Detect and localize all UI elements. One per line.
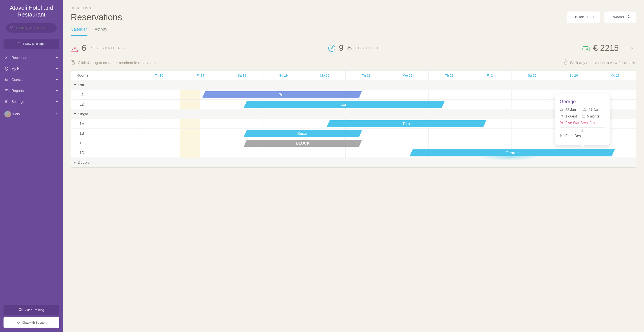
stat-pct: % (347, 45, 352, 52)
hint-drag: Click & drag to create or reschedule res… (71, 59, 160, 66)
nav-label: Reports (12, 89, 24, 93)
date-picker-value: 16 Jan 2020 (573, 15, 594, 19)
svg-rect-12 (584, 47, 590, 51)
day-header[interactable]: Sa 25 (511, 71, 553, 80)
chevron-down-icon (56, 56, 58, 60)
section-single[interactable]: Single (71, 109, 636, 119)
svg-point-2 (6, 68, 7, 69)
search-icon (10, 26, 14, 30)
section-loft[interactable]: Loft (71, 80, 636, 90)
chevron-down-icon (56, 78, 58, 82)
day-header[interactable]: Fr 17 (180, 71, 221, 80)
reports-icon (4, 89, 9, 93)
day-header[interactable]: We 22 (387, 71, 428, 80)
tabs: Calendar Activity (71, 27, 636, 36)
tooltip-sep: | (578, 114, 580, 118)
arrow-icon: → (578, 108, 581, 112)
breadcrumb: RECEPTION (71, 6, 636, 10)
day-header[interactable]: Fr 24 (470, 71, 512, 80)
reservation-tooltip: George 22 Jan → 27 Jan 1 guest | 5 night… (555, 94, 610, 145)
user-menu[interactable]: Lory (0, 107, 63, 121)
chevron-down-icon (56, 100, 58, 104)
nav-my-hotel[interactable]: My Hotel (0, 63, 63, 74)
day-header[interactable]: Su 26 (553, 71, 594, 80)
room-label: L2 (71, 100, 138, 109)
nav-settings[interactable]: Settings (0, 96, 63, 107)
svg-rect-16 (582, 115, 585, 117)
new-messages-label: 1 New Messages (22, 42, 46, 46)
svg-rect-20 (562, 123, 563, 124)
main-nav: Reception My Hotel Guests Reports Settin… (0, 52, 63, 107)
tooltip-checkin: 22 Jan (565, 108, 576, 112)
reservation-lori[interactable]: Lori (244, 101, 445, 108)
new-messages-button[interactable]: 1 New Messages (4, 39, 59, 49)
checkout-icon (583, 108, 587, 112)
app-title: Atavoli Hotel and Restaurant (0, 5, 63, 23)
money-icon (582, 44, 590, 52)
day-header[interactable]: Mo 27 (594, 71, 636, 80)
room-label: 1B (71, 129, 138, 138)
sliders-icon (4, 100, 9, 104)
reservation-rita[interactable]: Rita (326, 120, 486, 127)
tooltip-guests: 1 guest (565, 114, 577, 118)
hint-text: Click any reservation to view full detai… (570, 61, 636, 65)
user-name: Lory (13, 112, 20, 116)
stat-occupied: 9 % OCCUPIED (328, 43, 378, 53)
pointer-icon (563, 59, 568, 66)
chevron-down-icon (56, 67, 58, 71)
stats-row: 6 RESERVATIONS 9 % OCCUPIED € 2215 TOTAL (71, 43, 636, 53)
reservation-susan[interactable]: Susan (244, 130, 362, 137)
nav-reports[interactable]: Reports (0, 85, 63, 96)
chat-support-button[interactable]: Chat with Support (4, 317, 59, 327)
collapse-icon (74, 84, 76, 86)
svg-line-1 (12, 28, 14, 29)
tab-calendar[interactable]: Calendar (71, 27, 87, 36)
tab-activity[interactable]: Activity (95, 27, 107, 36)
tooltip-checkout: 27 Jan (589, 108, 599, 112)
reservation-block[interactable]: BLOCK (244, 140, 362, 147)
date-picker-button[interactable]: 16 Jan 2020 (567, 11, 600, 23)
nav-label: Reception (12, 56, 27, 60)
section-double[interactable]: Double (71, 158, 636, 168)
room-label: L1 (71, 90, 138, 100)
day-header[interactable]: Sa 18 (221, 71, 263, 80)
chevron-down-icon (56, 112, 58, 116)
tooltip-source: Front Desk (565, 134, 582, 138)
tooltip-guest-name: George (560, 99, 605, 104)
svg-rect-18 (560, 123, 561, 124)
reservation-george[interactable]: George (410, 149, 615, 156)
reservation-bob[interactable]: Bob (202, 91, 362, 98)
svg-point-4 (7, 79, 8, 80)
search-box[interactable] (6, 23, 57, 33)
chat-label: Chat with Support (22, 321, 46, 324)
day-header[interactable]: Th 23 (428, 71, 470, 80)
day-header[interactable]: Tu 21 (346, 71, 387, 80)
range-value: 2 weeks (610, 15, 624, 19)
checkin-icon (560, 108, 564, 112)
nav-guests[interactable]: Guests (0, 74, 63, 85)
day-header[interactable]: Th 16 (138, 71, 180, 80)
avatar (4, 111, 11, 117)
video-training-button[interactable]: Video Training (4, 305, 59, 315)
gauge-icon (328, 44, 336, 52)
room-label: 1A (71, 119, 138, 129)
range-select[interactable]: 2 weeks (604, 11, 636, 23)
nav-reception[interactable]: Reception (0, 52, 63, 63)
nav-label: Settings (12, 100, 24, 104)
stat-label: OCCUPIED (355, 46, 378, 50)
headset-icon (16, 320, 20, 324)
pin-icon (4, 67, 9, 71)
calendar-grid[interactable]: Rooms Th 16 Fr 17 Sa 18 Su 19 Mo 20 Tu 2… (71, 70, 636, 168)
tooltip-plan: Five Star Breakfast (565, 121, 595, 125)
guest-icon (560, 114, 564, 119)
hint-text: Click & drag to create or reschedule res… (78, 61, 160, 65)
day-header[interactable]: Mo 20 (304, 71, 346, 80)
stat-value: 9 (339, 43, 344, 53)
day-header[interactable]: Su 19 (262, 71, 304, 80)
chat-icon (17, 42, 21, 46)
sort-icon (628, 15, 630, 19)
search-input[interactable] (16, 26, 53, 30)
plan-icon (560, 121, 564, 125)
source-icon (560, 134, 564, 138)
pointer-icon (71, 59, 76, 66)
